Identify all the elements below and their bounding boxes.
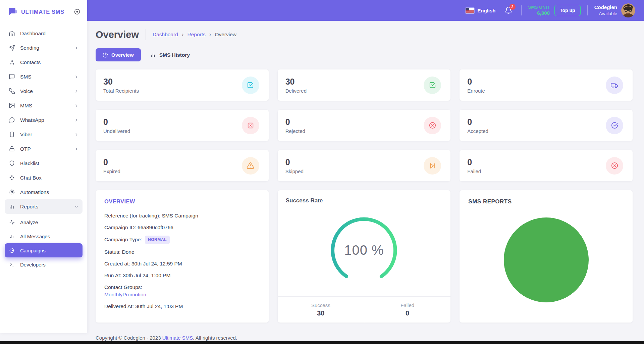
user-info: Codeglen Available — [594, 4, 617, 16]
sidebar-item-campaigns[interactable]: Campaigns — [5, 243, 83, 257]
campaign-contact-groups: Contact Groups: MonthlyPromotion — [104, 284, 260, 299]
stat-card-total-recipients: 30Total Recipients — [96, 69, 269, 101]
ultimate-sms-link[interactable]: Ultimate SMS — [162, 335, 193, 341]
x-circle-icon — [424, 117, 441, 134]
campaign-run-at: Run At: 30th Jul 24, 1:00 PM — [104, 272, 260, 279]
success-rate-card: Success Rate 100 % Success 30 — [278, 190, 451, 323]
notifications-button[interactable]: 2 — [504, 6, 513, 14]
sidebar-item-label: SMS — [20, 74, 32, 80]
top-up-button[interactable]: Top up — [554, 5, 581, 16]
sidebar-item-developers[interactable]: Developers — [5, 257, 83, 272]
chat-box-icon — [8, 175, 15, 181]
topbar: English 2 SMS UNIT 6,000 Top up Codeglen… — [87, 0, 644, 21]
sidebar-item-label: Dashboard — [20, 31, 46, 37]
sidebar-item-label: Reports — [20, 204, 38, 210]
sidebar-item-contacts[interactable]: Contacts — [5, 55, 83, 69]
bottom-bar — [0, 341, 644, 344]
check-square-icon — [424, 77, 441, 94]
success-cell: Success 30 — [278, 297, 364, 323]
check-circle-icon — [606, 117, 623, 134]
chevron-right-icon — [74, 75, 79, 79]
sidebar-item-label: Blacklist — [20, 160, 39, 166]
user-status: Available — [594, 11, 617, 17]
sidebar-item-label: MMS — [20, 103, 32, 109]
campaign-delivered-at: Delivered At: 30th Jul 24, 1:03 PM — [104, 303, 260, 310]
sms-reports-card: SMS REPORTS — [460, 190, 633, 323]
campaign-type-label: Campaign Type: — [104, 237, 142, 242]
sidebar-menu: Dashboard Sending Contacts SMS Voice MMS — [0, 23, 87, 272]
stat-label: Failed — [467, 168, 481, 174]
stat-value: 0 — [285, 117, 305, 127]
stat-value: 0 — [285, 157, 304, 167]
contact-group-link[interactable]: MonthlyPromotion — [104, 292, 146, 297]
sidebar-item-all-messages[interactable]: All Messages — [5, 229, 83, 243]
user-icon — [8, 59, 15, 65]
page-header: Overview Dashboard › Reports › Overview — [96, 29, 633, 40]
copyright-text: , All rights reserved. — [193, 335, 237, 341]
breadcrumb-separator: › — [182, 31, 184, 38]
sidebar-item-label: Viber — [20, 132, 32, 138]
stat-card-delivered: 30Delivered — [278, 69, 451, 101]
stat-label: Expired — [103, 168, 120, 174]
sidebar-item-label: Developers — [20, 262, 46, 267]
sidebar-item-sending[interactable]: Sending — [5, 41, 83, 55]
skip-forward-icon — [424, 157, 441, 175]
sidebar-item-label: Voice — [20, 88, 33, 94]
stat-label: Skipped — [285, 168, 304, 174]
stat-card-enroute: 0Enroute — [460, 69, 633, 101]
sidebar-item-viber[interactable]: Viber — [5, 127, 83, 142]
failed-value: 0 — [406, 309, 409, 317]
failed-label: Failed — [400, 302, 414, 308]
sidebar-item-analyze[interactable]: Analyze — [5, 215, 83, 229]
sidebar-item-label: Automations — [20, 189, 49, 195]
sidebar-item-blacklist[interactable]: Blacklist — [5, 156, 83, 170]
sidebar-item-label: Campaigns — [20, 248, 46, 253]
stat-value: 0 — [467, 117, 488, 127]
breadcrumb-separator: › — [209, 31, 211, 38]
mobile-icon — [8, 131, 15, 138]
tab-bar: Overview SMS History — [96, 48, 633, 61]
sidebar-item-label: Sending — [20, 45, 39, 51]
reports-submenu: Analyze All Messages Campaigns Developer… — [5, 215, 83, 272]
contact-groups-label: Contact Groups: — [104, 284, 142, 290]
pie-chart-icon — [103, 52, 108, 58]
stat-label: Undelivered — [103, 128, 130, 134]
campaign-created-at: Created at: 30th Jul 24, 12:59 PM — [104, 260, 260, 267]
sidebar-item-mms[interactable]: MMS — [5, 98, 83, 113]
chevron-down-icon — [74, 204, 79, 209]
stat-card-rejected: 0Rejected — [278, 110, 451, 141]
sidebar-item-automations[interactable]: Automations — [5, 185, 83, 199]
language-selector[interactable]: English — [466, 8, 495, 13]
success-rate-gauge: 100 % — [278, 204, 451, 296]
breadcrumb-reports[interactable]: Reports — [187, 32, 205, 38]
avatar[interactable] — [621, 3, 635, 17]
sidebar-item-dashboard[interactable]: Dashboard — [5, 26, 83, 41]
sidebar-item-whatsapp[interactable]: WhatsApp — [5, 113, 83, 127]
tab-overview[interactable]: Overview — [96, 48, 141, 61]
stat-value: 30 — [103, 77, 139, 87]
overview-card-title: OVERVIEW — [104, 198, 260, 205]
breadcrumb-dashboard[interactable]: Dashboard — [153, 32, 178, 38]
sidebar-toggle-icon[interactable] — [74, 8, 80, 15]
success-value: 30 — [317, 309, 324, 317]
stat-value: 30 — [285, 77, 307, 87]
sidebar-item-label: Chat Box — [20, 175, 42, 181]
campaign-type: Campaign Type: NORMAL — [104, 236, 260, 244]
us-flag-icon — [466, 8, 474, 13]
sidebar-item-reports[interactable]: Reports — [5, 199, 83, 214]
stat-label: Delivered — [285, 88, 307, 94]
logo[interactable]: ULTIMATE SMS — [0, 0, 87, 23]
sms-reports-pie-chart — [504, 217, 589, 302]
pie-chart-icon — [9, 248, 15, 253]
copyright-text: Copyright © Codeglen - 2023 — [96, 335, 162, 341]
app-logo-icon — [7, 7, 17, 17]
sidebar-item-otp[interactable]: OTP — [5, 142, 83, 156]
sidebar-item-voice[interactable]: Voice — [5, 84, 83, 98]
sidebar-item-sms[interactable]: SMS — [5, 69, 83, 84]
tab-sms-history[interactable]: SMS History — [150, 52, 190, 58]
sidebar-item-chatbox[interactable]: Chat Box — [5, 170, 83, 185]
bar-chart-icon — [8, 203, 15, 210]
campaign-overview-card: OVERVIEW Reference (for tracking): SMS C… — [96, 190, 269, 323]
failed-cell: Failed 0 — [364, 297, 450, 323]
sms-reports-title: SMS REPORTS — [468, 198, 624, 205]
